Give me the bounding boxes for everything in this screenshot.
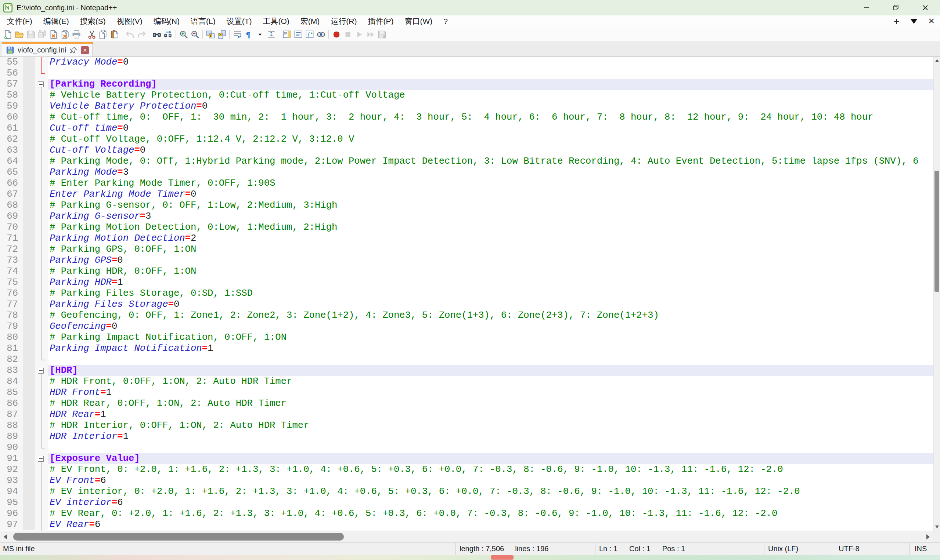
open-folder-button[interactable] xyxy=(14,29,25,40)
bookmark-margin xyxy=(23,189,34,200)
monitoring-icon xyxy=(316,30,326,39)
scroll-down-arrow-icon[interactable] xyxy=(935,526,939,528)
monitoring-button[interactable] xyxy=(315,29,327,40)
menu-item-11[interactable]: 窗口(W) xyxy=(399,15,438,27)
fold-collapse-icon[interactable] xyxy=(38,368,44,374)
code-text: HDR Rear=1 xyxy=(48,409,933,420)
editor-line: 68# Parking G-sensor, 0: OFF, 1:Low, 2:M… xyxy=(0,200,933,211)
bookmark-margin xyxy=(23,354,34,365)
pin-icon[interactable] xyxy=(69,46,77,54)
function-list-button[interactable]: f xyxy=(304,29,315,40)
zoom-out-button[interactable] xyxy=(189,29,201,40)
vertical-scroll-thumb[interactable] xyxy=(934,171,939,292)
cut-button[interactable] xyxy=(86,29,97,40)
line-number: 64 xyxy=(0,156,23,167)
new-file-button[interactable] xyxy=(2,29,14,40)
code-text: # Parking G-sensor, 0: OFF, 1:Low, 2:Med… xyxy=(48,200,933,211)
indent-guide-button[interactable] xyxy=(265,29,277,40)
sync-vertical-scroll-button[interactable] xyxy=(205,29,216,40)
line-number: 62 xyxy=(0,134,23,145)
fold-margin xyxy=(34,189,48,200)
menu-item-5[interactable]: 语言(L) xyxy=(185,15,221,27)
replace-button[interactable] xyxy=(162,29,174,40)
menu-item-9[interactable]: 运行(R) xyxy=(325,15,362,27)
horizontal-scrollbar[interactable] xyxy=(0,531,933,542)
close-all-files-button[interactable] xyxy=(59,29,71,40)
zoom-in-icon xyxy=(179,30,188,39)
bookmark-margin xyxy=(23,68,34,79)
menu-item-3[interactable]: 视图(V) xyxy=(111,15,148,27)
fold-margin xyxy=(34,123,48,134)
menu-item-2[interactable]: 搜索(S) xyxy=(74,15,111,27)
fold-margin xyxy=(34,354,48,365)
undo-button xyxy=(124,29,136,40)
sync-horizontal-scroll-button[interactable] xyxy=(216,29,227,40)
tab-viofo-config[interactable]: viofo_config.ini ✕ xyxy=(2,42,93,57)
code-text: Cut-off time=0 xyxy=(48,123,933,134)
menu-item-7[interactable]: 工具(O) xyxy=(257,15,295,27)
line-position-label: Ln : 1 xyxy=(599,545,617,553)
fold-collapse-icon[interactable] xyxy=(38,82,44,87)
bookmark-margin xyxy=(23,145,34,156)
print-button[interactable] xyxy=(71,29,82,40)
tab-list-caret-icon[interactable] xyxy=(911,19,917,24)
toolbar-caret-button[interactable] xyxy=(254,29,265,40)
menu-item-0[interactable]: 文件(F) xyxy=(2,15,38,27)
scroll-left-arrow-icon[interactable] xyxy=(4,534,7,540)
scroll-right-arrow-icon[interactable] xyxy=(926,534,930,540)
save-all-icon xyxy=(37,30,47,39)
menu-item-12[interactable]: ? xyxy=(438,15,453,27)
fold-margin xyxy=(34,79,48,90)
copy-icon xyxy=(99,30,108,39)
status-eol-format[interactable]: Unix (LF) xyxy=(764,543,834,555)
editor[interactable]: 55Privacy Mode=05657[Parking Recording]5… xyxy=(0,57,933,531)
status-insert-mode[interactable]: INS xyxy=(909,543,940,555)
tab-label: viofo_config.ini xyxy=(18,46,66,54)
line-number: 81 xyxy=(0,343,23,354)
minimize-button[interactable] xyxy=(852,0,881,15)
encoding-label: UTF-8 xyxy=(839,545,860,553)
find-icon xyxy=(152,30,162,39)
fold-margin xyxy=(34,112,48,123)
word-wrap-button[interactable] xyxy=(232,29,243,40)
paste-icon xyxy=(110,30,119,39)
line-number: 97 xyxy=(0,519,23,530)
fold-margin xyxy=(34,57,48,68)
find-button[interactable] xyxy=(151,29,162,40)
status-encoding[interactable]: UTF-8 xyxy=(834,543,909,555)
horizontal-scroll-thumb[interactable] xyxy=(13,533,344,540)
menu-item-1[interactable]: 编辑(E) xyxy=(38,15,74,27)
restore-icon xyxy=(892,4,900,11)
menu-item-10[interactable]: 插件(P) xyxy=(362,15,399,27)
scroll-up-arrow-icon[interactable] xyxy=(935,59,939,62)
editor-line: 71Parking Motion Detection=2 xyxy=(0,233,933,244)
line-number: 68 xyxy=(0,200,23,211)
editor-line: 78# Geofencing, 0: OFF, 1: Zone1, 2: Zon… xyxy=(0,310,933,321)
menu-item-8[interactable]: 宏(M) xyxy=(295,15,325,27)
paste-button[interactable] xyxy=(109,29,120,40)
code-text: # Parking Motion Detection, 0:Low, 1:Med… xyxy=(48,222,933,233)
close-tab-button[interactable]: ✕ xyxy=(928,17,935,26)
line-number: 96 xyxy=(0,508,23,519)
fold-margin xyxy=(34,420,48,431)
code-text: # Vehicle Battery Protection, 0:Cut-off … xyxy=(48,90,933,101)
record-macro-button[interactable] xyxy=(330,29,342,40)
menu-item-4[interactable]: 编码(N) xyxy=(148,15,185,27)
copy-button[interactable] xyxy=(97,29,109,40)
close-file-button[interactable] xyxy=(48,29,59,40)
fold-margin xyxy=(34,332,48,343)
menu-item-6[interactable]: 设置(T) xyxy=(221,15,258,27)
show-all-chars-button[interactable]: ¶ xyxy=(243,29,254,40)
bookmark-margin xyxy=(23,453,34,464)
zoom-in-button[interactable] xyxy=(178,29,189,40)
restore-button[interactable] xyxy=(881,0,911,15)
close-button[interactable] xyxy=(911,0,940,15)
doc-map-button[interactable] xyxy=(281,29,292,40)
title-bar: E:\viofo_config.ini - Notepad++ xyxy=(0,0,940,16)
new-tab-button[interactable]: + xyxy=(894,15,900,27)
tab-close-button[interactable]: ✕ xyxy=(81,46,89,54)
fold-collapse-icon[interactable] xyxy=(38,456,44,462)
vertical-scrollbar[interactable] xyxy=(933,57,940,531)
doc-list-button[interactable] xyxy=(292,29,304,40)
editor-line: 56 xyxy=(0,68,933,79)
